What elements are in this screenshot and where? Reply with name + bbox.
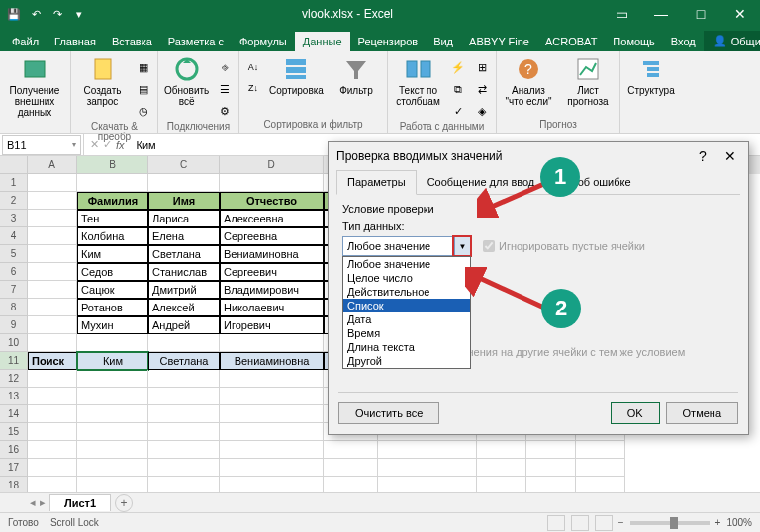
remove-dup-icon[interactable]: ⧉ (448, 79, 468, 99)
cell[interactable] (28, 423, 77, 441)
row-header[interactable]: 7 (0, 281, 27, 299)
cell[interactable] (28, 370, 77, 388)
cell[interactable] (77, 370, 148, 388)
data-valid-icon[interactable]: ✓ (448, 101, 468, 121)
normal-view-icon[interactable] (547, 515, 565, 531)
row-header[interactable]: 5 (0, 245, 27, 263)
ok-button[interactable]: OK (611, 402, 660, 424)
type-combo-dropdown-icon[interactable]: ▼ (454, 237, 470, 255)
cell[interactable] (77, 423, 148, 441)
cell[interactable]: Вениаминовна (220, 352, 324, 370)
cell[interactable] (28, 334, 77, 352)
cell[interactable] (77, 441, 148, 459)
cell[interactable] (148, 405, 220, 423)
sort-button[interactable]: Сортировка (267, 53, 326, 98)
cell[interactable]: Вениаминовна (220, 245, 324, 263)
cell[interactable] (28, 405, 77, 423)
ribbon-tab-вид[interactable]: Вид (426, 32, 461, 51)
cell[interactable] (576, 441, 625, 459)
whatif-button[interactable]: ?Анализ "что если" (501, 53, 556, 109)
cell[interactable]: Владимирович (220, 281, 324, 299)
page-break-view-icon[interactable] (595, 515, 613, 531)
cell[interactable] (428, 441, 477, 459)
ribbon-tab-помощь[interactable]: Помощь (605, 32, 663, 51)
cell[interactable] (526, 441, 576, 459)
from-table-icon[interactable]: ▤ (134, 79, 153, 99)
ribbon-tab-разметка с[interactable]: Разметка с (160, 32, 232, 51)
cell[interactable] (378, 459, 428, 477)
dialog-help-icon[interactable]: ? (693, 148, 712, 164)
cell[interactable] (220, 334, 324, 352)
ribbon-tab-рецензиров[interactable]: Рецензиров (350, 32, 427, 51)
cell[interactable] (28, 210, 77, 227)
cell[interactable]: Ким (77, 352, 148, 370)
forecast-sheet-button[interactable]: Лист прогноза (560, 53, 616, 109)
cell[interactable]: Сергеевна (220, 227, 324, 245)
cell[interactable]: Фамилия (77, 192, 148, 210)
text-to-columns-button[interactable]: Текст по столбцам (392, 53, 444, 109)
cell[interactable]: Светлана (148, 352, 220, 370)
zoom-level[interactable]: 100% (726, 517, 752, 528)
row-header[interactable]: 12 (0, 370, 27, 388)
cell[interactable] (477, 441, 526, 459)
name-box[interactable]: B11▾ (2, 135, 81, 155)
cell[interactable] (220, 388, 324, 405)
cell[interactable] (77, 334, 148, 352)
cell[interactable]: Елена (148, 227, 220, 245)
column-header[interactable]: A (28, 156, 77, 174)
dropdown-item[interactable]: Список (343, 299, 470, 312)
ribbon-tab-вставка[interactable]: Вставка (104, 32, 160, 51)
cell[interactable] (477, 459, 526, 477)
recent-sources-icon[interactable]: ◷ (134, 101, 153, 121)
maximize-icon[interactable]: □ (681, 0, 720, 28)
cancel-formula-icon[interactable]: ✕ (90, 138, 99, 151)
cell[interactable] (28, 441, 77, 459)
cell[interactable] (77, 459, 148, 477)
ignore-empty-checkbox[interactable]: Игнорировать пустые ячейки (483, 240, 645, 252)
cell[interactable] (220, 423, 324, 441)
cell[interactable]: Николаевич (220, 299, 324, 316)
cell[interactable] (148, 441, 220, 459)
dialog-close-icon[interactable]: ✕ (720, 148, 740, 164)
connections-icon[interactable]: ⎆ (215, 57, 235, 77)
filter-button[interactable]: Фильтр (330, 53, 383, 98)
dropdown-item[interactable]: Другой (343, 354, 470, 368)
cell[interactable] (220, 174, 324, 192)
sort-az-icon[interactable]: A↓ (243, 57, 263, 77)
cell[interactable]: Светлана (148, 245, 220, 263)
zoom-in-icon[interactable]: + (715, 517, 721, 528)
ribbon-tab-вход[interactable]: Вход (663, 32, 704, 51)
cell[interactable]: Алексеевна (220, 210, 324, 227)
row-header[interactable]: 16 (0, 441, 27, 459)
cell[interactable] (77, 405, 148, 423)
row-header[interactable]: 6 (0, 263, 27, 281)
cell[interactable] (576, 459, 625, 477)
cell[interactable] (28, 316, 77, 334)
cell[interactable] (28, 174, 77, 192)
cell[interactable] (220, 405, 324, 423)
enter-formula-icon[interactable]: ✓ (103, 138, 112, 151)
cell[interactable] (220, 441, 324, 459)
cell[interactable]: Колбина (77, 227, 148, 245)
cell[interactable] (324, 459, 378, 477)
ribbon-tab-формулы[interactable]: Формулы (232, 32, 295, 51)
row-header[interactable]: 13 (0, 388, 27, 405)
cell[interactable]: Мухин (77, 316, 148, 334)
cell[interactable]: Ротанов (77, 299, 148, 316)
relations-icon[interactable]: ⇄ (472, 79, 492, 99)
sheet-tab[interactable]: Лист1 (49, 494, 111, 511)
cell[interactable] (28, 388, 77, 405)
column-header[interactable]: C (148, 156, 220, 174)
dropdown-item[interactable]: Действительное (343, 285, 470, 299)
ignore-empty-input[interactable] (483, 240, 495, 252)
consolidate-icon[interactable]: ⊞ (472, 57, 492, 77)
cell[interactable]: Седов (77, 263, 148, 281)
cell[interactable]: Имя (148, 192, 220, 210)
cell[interactable] (148, 388, 220, 405)
cell[interactable]: Ким (77, 245, 148, 263)
qat-dropdown-icon[interactable]: ▾ (69, 4, 89, 24)
cell[interactable] (148, 370, 220, 388)
edit-links-icon[interactable]: ⚙ (215, 101, 235, 121)
type-combo[interactable]: ▼ Любое значениеЦелое числоДействительно… (342, 236, 471, 256)
row-header[interactable]: 11 (0, 352, 27, 370)
